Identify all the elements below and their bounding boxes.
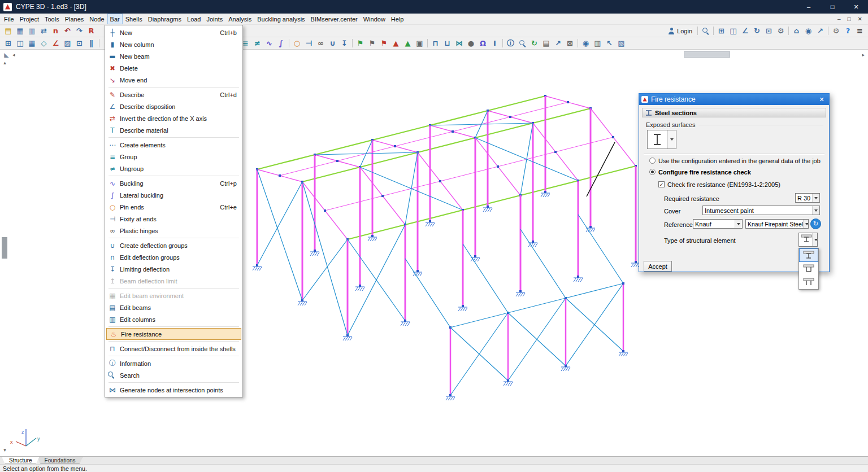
menu-project[interactable]: Project (17, 14, 42, 24)
check-all-icon[interactable]: ⚑ (366, 38, 378, 49)
menu-joints[interactable]: Joints (204, 14, 226, 24)
menu-item-invert-the-direction-of-the-x-axis[interactable]: ⇄Invert the direction of the X axis (105, 112, 242, 124)
radio-general-configuration[interactable]: Use the configuration entered in the gen… (649, 158, 827, 164)
menu-file[interactable]: File (1, 14, 17, 24)
import-export-icon[interactable]: ⇄ (38, 25, 50, 37)
column-exposed-icon[interactable] (799, 276, 818, 289)
required-resistance-select[interactable]: R 30 (795, 193, 820, 203)
hinges-icon[interactable]: ∞ (315, 38, 327, 49)
options-icon[interactable]: ⊠ (564, 38, 576, 49)
plates-icon[interactable]: ⊔ (441, 38, 453, 49)
render-icon[interactable]: ◉ (802, 25, 814, 37)
menu-buckling-analysis[interactable]: Buckling analysis (254, 14, 307, 24)
exposed-surfaces-selector[interactable] (647, 130, 667, 149)
welds-icon[interactable]: ⋈ (453, 38, 465, 49)
reference-icon[interactable]: ◇ (38, 38, 50, 49)
menu-item-new[interactable]: ┼NewCtrl+b (105, 27, 242, 38)
tab-structure[interactable]: Structure (2, 457, 40, 464)
dialog-title-bar[interactable]: Fire resistance ✕ (639, 94, 829, 105)
tools-icon[interactable]: ⚙ (775, 25, 787, 37)
menu-item-new-beam[interactable]: ▬New beam (105, 50, 242, 62)
grid-icon[interactable]: ▨ (62, 38, 73, 49)
mdi-minimize-icon[interactable]: – (837, 16, 841, 22)
menu-item-lateral-buckling[interactable]: ∫Lateral buckling (105, 189, 242, 201)
select-icon[interactable]: ↖ (604, 38, 615, 49)
passed-icon[interactable]: ▲ (402, 38, 414, 49)
profiles-icon[interactable]: I (489, 38, 501, 49)
menu-item-delete[interactable]: ✖Delete (105, 62, 242, 74)
update-icon[interactable]: ↻ (528, 38, 540, 49)
scroll-left-icon[interactable]: ◂ (12, 52, 15, 58)
menu-item-connect-disconnect-from-inside-the-shells[interactable]: ⊓Connect/Disconnect from inside the shel… (105, 343, 242, 355)
reference-select[interactable]: Knauf (693, 219, 743, 229)
accept-button[interactable]: Accept (644, 261, 672, 272)
menu-item-new-column[interactable]: ▮New column (105, 38, 242, 50)
menu-item-edit-columns[interactable]: ▥Edit columns (105, 313, 242, 325)
menu-item-information[interactable]: ⓘInformation (105, 357, 242, 369)
maximize-icon[interactable]: □ (821, 0, 844, 14)
menu-item-search[interactable]: Search (105, 369, 242, 381)
menu-tools[interactable]: Tools (42, 14, 62, 24)
menu-item-move-end[interactable]: ↘Move end (105, 74, 242, 86)
vertical-scroll-thumb[interactable] (2, 237, 7, 259)
open-job-icon[interactable]: ▤ (2, 25, 14, 37)
print-icon[interactable]: ▥ (26, 25, 38, 37)
menu-item-buckling[interactable]: ∿BucklingCtrl+p (105, 177, 242, 189)
resources-search-icon[interactable]: R (85, 25, 97, 37)
mdi-close-icon[interactable]: ✕ (858, 16, 862, 22)
menu-window[interactable]: Window (361, 14, 388, 24)
scroll-right-icon[interactable]: ▸ (862, 52, 865, 58)
undo-icon[interactable]: ↶ (62, 25, 73, 37)
menu-shells[interactable]: Shells (123, 14, 145, 24)
sections-icon[interactable]: Ω (477, 38, 489, 49)
snap-icon[interactable]: ⊡ (73, 38, 85, 49)
scroll-up-icon[interactable]: ▴ (3, 60, 6, 65)
type-of-element-select[interactable] (798, 233, 818, 247)
menu-item-limiting-deflection[interactable]: ↧Limiting deflection (105, 263, 242, 275)
menu-help[interactable]: Help (388, 14, 407, 24)
panels-icon[interactable]: ≡ (854, 25, 866, 37)
buckling-icon[interactable]: ∿ (263, 38, 275, 49)
help-icon[interactable]: ? (842, 25, 854, 37)
menu-item-describe[interactable]: ✎DescribeCtrl+d (105, 89, 242, 100)
window-split-icon[interactable]: ◫ (727, 25, 739, 37)
axes-icon[interactable]: ∠ (50, 38, 62, 49)
templates-icon[interactable]: ▥ (592, 38, 604, 49)
information-icon[interactable]: ⓘ (505, 38, 517, 49)
redo-icon[interactable]: ↷ (73, 25, 85, 37)
orbit-view-icon[interactable]: ↻ (751, 25, 763, 37)
update-products-icon[interactable]: ↻ (810, 218, 821, 229)
menu-item-fixity-at-ends[interactable]: ⊣Fixity at ends (105, 213, 242, 225)
reports-icon[interactable]: ▤ (540, 38, 552, 49)
menu-item-pin-ends[interactable]: ○Pin endsCtrl+e (105, 201, 242, 213)
capture-icon[interactable]: ◉ (580, 38, 592, 49)
deflection-groups-icon[interactable]: ∪ (327, 38, 338, 49)
export-icon[interactable]: ↗ (552, 38, 564, 49)
lateral-buckling-icon[interactable]: ∫ (275, 38, 287, 49)
results-icon[interactable]: ▣ (414, 38, 426, 49)
horizontal-scroll-thumb[interactable] (684, 51, 730, 58)
tab-foundations[interactable]: Foundations (37, 457, 83, 464)
cover-select[interactable]: Intumescent paint (702, 206, 820, 215)
perspective-icon[interactable]: ⊡ (763, 25, 775, 37)
search-icon[interactable] (517, 38, 528, 49)
menu-item-fire-resistance[interactable]: ♨Fire resistance (106, 328, 241, 340)
menu-bar[interactable]: Bar (107, 14, 123, 24)
menu-item-create-deflection-groups[interactable]: ∪Create deflection groups (105, 239, 242, 251)
login-button[interactable]: Login (665, 28, 696, 34)
hatch-icon[interactable]: ▧ (615, 38, 627, 49)
menu-item-edit-beams[interactable]: ▤Edit beams (105, 301, 242, 313)
beam-slab-3-sides-icon[interactable] (799, 248, 818, 262)
window-redraw-icon[interactable]: ⊞ (715, 25, 727, 37)
bim-model-icon[interactable]: n (50, 25, 62, 37)
configuration-icon[interactable]: ⚙ (830, 25, 842, 37)
check-fire-resistance[interactable]: ✓ Check fire resistance (EN1993-1-2:2005… (658, 181, 780, 188)
beam-slab-box-icon[interactable] (799, 262, 818, 276)
save-icon[interactable]: ▦ (14, 25, 26, 37)
menu-bimserver-center[interactable]: BIMserver.center (308, 14, 361, 24)
menu-load[interactable]: Load (184, 14, 203, 24)
menu-diaphragms[interactable]: Diaphragms (145, 14, 184, 24)
menu-item-generate-nodes-at-intersection-points[interactable]: ⋈Generate nodes at intersection points (105, 384, 242, 396)
menu-item-edit-deflection-groups[interactable]: ∩Edit deflection groups (105, 251, 242, 263)
close-icon[interactable]: ✕ (844, 0, 868, 14)
